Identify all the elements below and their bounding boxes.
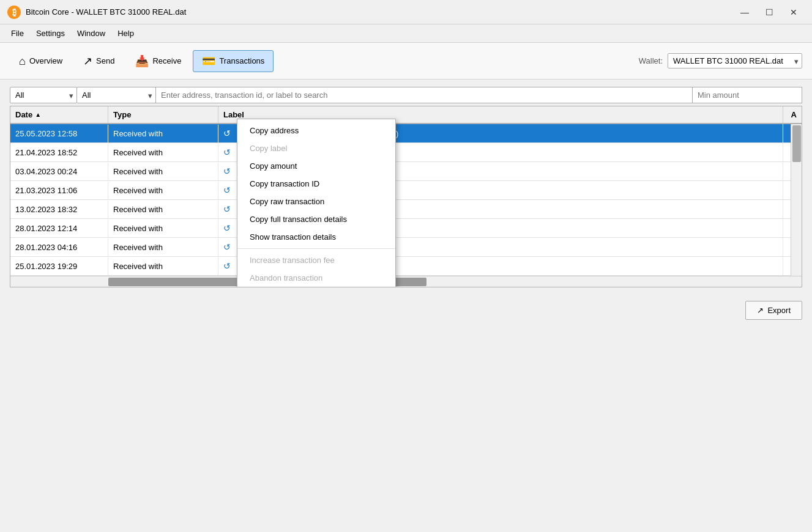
cell-type-1: Received with (108, 144, 218, 161)
cell-date-7: 25.01.2023 19:29 (10, 257, 108, 275)
receive-icon: 📥 (135, 56, 149, 67)
header-amount: A (783, 106, 802, 123)
cell-date-4: 13.02.2023 18:32 (10, 201, 108, 218)
table-row[interactable]: 28.01.2023 12:14 Received with ↺ (1…W5T) (10, 219, 802, 238)
window-title: Bitcoin Core - WALLET BTC 31000 REAL.dat (26, 7, 186, 17)
table-row[interactable]: 21.04.2023 18:52 Received with ↺ (1…1dr) (10, 143, 802, 162)
window-controls: — ☐ ✕ (734, 4, 805, 21)
tx-icon-1: ↺ (223, 147, 233, 157)
menu-file[interactable]: File (5, 26, 30, 40)
type-filter-2[interactable]: All (76, 87, 156, 103)
context-menu: Copy address Copy label Copy amount Copy… (237, 119, 396, 287)
tx-icon-7: ↺ (223, 261, 233, 271)
ctx-copy-amount[interactable]: Copy amount (237, 157, 395, 175)
minimize-button[interactable]: — (734, 4, 756, 21)
scroll-thumb[interactable] (792, 125, 801, 162)
send-icon: ↗ (83, 56, 92, 67)
table-row[interactable]: 03.04.2023 00:24 Received with ↺ (1…1dr) (10, 162, 802, 181)
filter-row: All All (10, 87, 802, 103)
transactions-button[interactable]: 💳 Transactions (193, 50, 274, 72)
tx-icon-4: ↺ (223, 204, 233, 214)
ctx-copy-txid[interactable]: Copy transaction ID (237, 175, 395, 193)
table-row[interactable]: 28.01.2023 04:16 Received with ↺ (1…4oK) (10, 238, 802, 257)
cell-type-0: Received with (108, 125, 218, 142)
sort-icon-date: ▲ (35, 111, 41, 118)
ctx-separator-1 (237, 248, 395, 249)
transactions-icon: 💳 (202, 56, 215, 67)
cell-type-6: Received with (108, 238, 218, 256)
type-filter-1[interactable]: All (10, 87, 77, 103)
toolbar: ⌂ Overview ↗ Send 📥 Receive 💳 Transactio… (0, 43, 812, 79)
receive-button[interactable]: 📥 Receive (126, 50, 190, 72)
horizontal-scrollbar[interactable] (10, 276, 802, 287)
ctx-increase-fee: Increase transaction fee (237, 251, 395, 269)
wallet-area: Wallet: WALLET BTC 31000 REAL.dat (639, 53, 802, 68)
table-body: 25.05.2023 12:58 Received with ↺ (13iL7J… (10, 124, 802, 276)
cell-date-5: 28.01.2023 12:14 (10, 220, 108, 237)
table-row[interactable]: 25.01.2023 19:29 Received with ↺ (1…sply… (10, 257, 802, 276)
cell-date-1: 21.04.2023 18:52 (10, 144, 108, 161)
table-row[interactable]: 13.02.2023 18:32 Received with ↺ (1…1dr) (10, 200, 802, 219)
wallet-label-text: Wallet: (639, 56, 663, 65)
transactions-label: Transactions (219, 56, 264, 65)
cell-type-3: Received with (108, 182, 218, 199)
ctx-copy-full[interactable]: Copy full transaction details (237, 210, 395, 228)
table-row[interactable]: 21.03.2023 11:06 Received with ↺ (1…1dr) (10, 181, 802, 200)
type-filter-1-wrap: All (10, 87, 77, 103)
tx-icon-2: ↺ (223, 166, 233, 176)
send-button[interactable]: ↗ Send (74, 50, 124, 72)
menu-settings[interactable]: Settings (30, 26, 71, 40)
vertical-scrollbar[interactable] (791, 124, 802, 276)
export-button[interactable]: ↗ Export (745, 301, 802, 320)
overview-icon: ⌂ (19, 56, 26, 67)
wallet-select-wrap: WALLET BTC 31000 REAL.dat (668, 53, 802, 68)
min-amount-input[interactable] (692, 87, 802, 103)
bottom-bar: ↗ Export (0, 295, 812, 326)
cell-date-0: 25.05.2023 12:58 (10, 125, 108, 142)
type-filter-2-wrap: All (77, 87, 156, 103)
overview-label: Overview (29, 56, 62, 65)
send-label: Send (96, 56, 114, 65)
title-bar: ₿ Bitcoin Core - WALLET BTC 31000 REAL.d… (0, 0, 812, 24)
table-header: Date ▲ Type Label A (10, 106, 802, 124)
export-icon: ↗ (757, 306, 764, 315)
ctx-copy-raw[interactable]: Copy raw transaction (237, 193, 395, 210)
header-type: Type (108, 106, 218, 123)
ctx-show-details[interactable]: Show transaction details (237, 228, 395, 246)
export-label: Export (767, 306, 791, 315)
cell-type-2: Received with (108, 163, 218, 180)
tx-icon-5: ↺ (223, 223, 233, 233)
menu-bar: File Settings Window Help (0, 24, 812, 43)
receive-label: Receive (152, 56, 181, 65)
ctx-copy-label: Copy label (237, 139, 395, 157)
menu-window[interactable]: Window (71, 26, 111, 40)
search-input[interactable] (155, 87, 693, 103)
close-button[interactable]: ✕ (783, 4, 805, 21)
cell-type-5: Received with (108, 220, 218, 237)
transactions-table: Date ▲ Type Label A 25.05.2023 12:58 Rec… (10, 106, 802, 287)
maximize-button[interactable]: ☐ (758, 4, 780, 21)
wallet-selector[interactable]: WALLET BTC 31000 REAL.dat (668, 53, 802, 68)
cell-type-7: Received with (108, 257, 218, 275)
menu-help[interactable]: Help (111, 26, 140, 40)
ctx-abandon: Abandon transaction (237, 269, 395, 287)
cell-date-2: 03.04.2023 00:24 (10, 163, 108, 180)
overview-button[interactable]: ⌂ Overview (10, 50, 72, 72)
app-logo: ₿ (7, 6, 21, 19)
main-content: All All Date ▲ Type Label A (0, 79, 812, 295)
header-date: Date ▲ (10, 106, 108, 123)
tx-icon-6: ↺ (223, 242, 233, 252)
ctx-copy-address[interactable]: Copy address (237, 122, 395, 139)
cell-date-3: 21.03.2023 11:06 (10, 182, 108, 199)
cell-date-6: 28.01.2023 04:16 (10, 238, 108, 256)
tx-icon-3: ↺ (223, 185, 233, 195)
cell-type-4: Received with (108, 201, 218, 218)
table-row[interactable]: 25.05.2023 12:58 Received with ↺ (13iL7J… (10, 124, 802, 143)
tx-icon-0: ↺ (223, 128, 233, 138)
